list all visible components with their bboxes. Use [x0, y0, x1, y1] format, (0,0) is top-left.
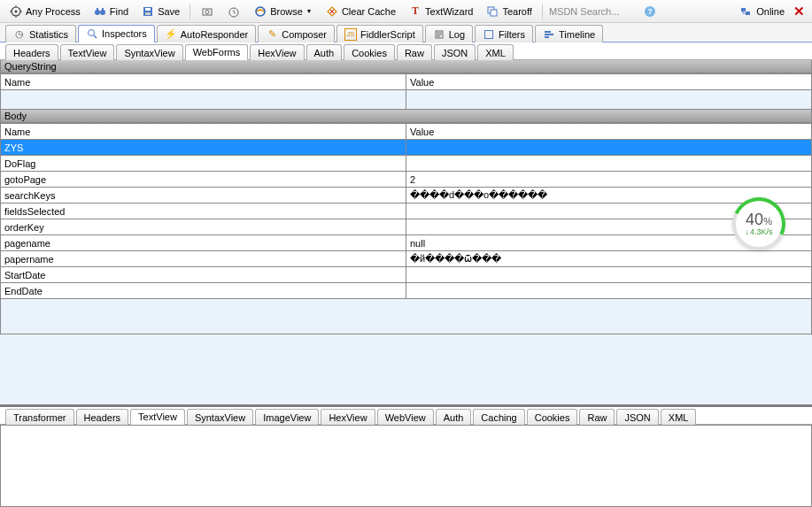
tab-autoresponder[interactable]: ⚡ AutoResponder: [157, 25, 256, 42]
screenshot-button[interactable]: [195, 2, 220, 21]
tab-res-textview[interactable]: TextView: [130, 409, 185, 425]
table-row[interactable]: StartDate: [1, 267, 812, 283]
tab-inspectors[interactable]: Inspectors: [78, 25, 155, 42]
browse-button[interactable]: Browse ▾: [248, 2, 318, 21]
online-status[interactable]: Online: [739, 4, 785, 19]
timer-button[interactable]: [221, 2, 246, 21]
cell-value[interactable]: [406, 140, 812, 156]
script-icon: JS: [344, 28, 357, 41]
find-button[interactable]: Find: [88, 2, 134, 21]
cell-name[interactable]: pagename: [1, 235, 406, 251]
cell-name[interactable]: fieldsSelected: [1, 204, 406, 219]
cell-value[interactable]: [406, 283, 812, 299]
help-button[interactable]: ?: [638, 2, 662, 21]
tab-req-raw[interactable]: Raw: [397, 44, 432, 60]
tab-filters[interactable]: Filters: [475, 25, 533, 42]
table-row[interactable]: gotoPage2: [1, 172, 812, 188]
body-grid[interactable]: Name Value ZYSDoFlaggotoPage2searchKeys�…: [0, 123, 812, 299]
cell-name[interactable]: searchKeys: [1, 188, 406, 204]
tab-res-webview[interactable]: WebView: [377, 409, 434, 425]
querystring-grid[interactable]: Name Value: [0, 73, 812, 110]
table-row[interactable]: EndDate: [1, 283, 812, 299]
cell-name[interactable]: StartDate: [1, 267, 406, 283]
table-row[interactable]: [1, 90, 812, 110]
tab-label: Caching: [481, 412, 516, 423]
tab-req-hexview[interactable]: HexView: [250, 44, 304, 60]
tab-label: TextView: [68, 48, 107, 58]
text-wizard-button[interactable]: T TextWizard: [403, 2, 478, 21]
save-button[interactable]: Save: [135, 2, 185, 21]
tab-res-raw[interactable]: Raw: [579, 409, 615, 425]
cell-name[interactable]: EndDate: [1, 283, 406, 299]
close-button[interactable]: ✕: [793, 4, 805, 19]
tab-log[interactable]: Log: [425, 25, 473, 42]
table-row[interactable]: orderKey: [1, 219, 812, 235]
tab-req-headers[interactable]: Headers: [5, 44, 58, 60]
tab-res-caching[interactable]: Caching: [473, 409, 524, 425]
response-textview[interactable]: [0, 425, 812, 507]
msdn-search-input[interactable]: MSDN Search...: [547, 6, 636, 17]
tab-timeline[interactable]: Timeline: [535, 25, 603, 42]
tab-res-json[interactable]: JSON: [616, 409, 658, 425]
cell-value[interactable]: [406, 204, 812, 219]
clear-cache-button[interactable]: Clear Cache: [320, 2, 401, 21]
cell-value[interactable]: 2: [406, 172, 812, 188]
tab-fiddlerscript[interactable]: JS FiddlerScript: [336, 25, 423, 42]
table-row[interactable]: pagenamenull: [1, 235, 812, 251]
cell-value[interactable]: null: [406, 235, 812, 251]
tab-req-cookies[interactable]: Cookies: [344, 44, 395, 60]
tab-req-syntaxview[interactable]: SyntaxView: [116, 44, 182, 60]
cell-value[interactable]: [406, 219, 812, 235]
cell-value[interactable]: [406, 267, 812, 283]
tab-req-auth[interactable]: Auth: [306, 44, 343, 60]
tab-res-syntaxview[interactable]: SyntaxView: [187, 409, 253, 425]
tab-statistics[interactable]: ◷ Statistics: [5, 25, 76, 42]
cell-name[interactable]: ZYS: [1, 140, 406, 156]
help-icon: ?: [643, 4, 657, 19]
tab-res-cookies[interactable]: Cookies: [527, 409, 578, 425]
table-row[interactable]: searchKeys����d���o������: [1, 188, 812, 204]
pencil-icon: ✎: [266, 28, 278, 41]
body-grid-padding[interactable]: [0, 299, 812, 334]
tab-res-imageview[interactable]: ImageView: [255, 409, 319, 425]
tab-req-xml[interactable]: XML: [477, 44, 514, 60]
tab-label: SyntaxView: [195, 412, 245, 423]
tearoff-button[interactable]: Tearoff: [480, 2, 537, 21]
any-process-label: Any Process: [26, 6, 81, 17]
response-tabstrip: Transformer Headers TextView SyntaxView …: [0, 407, 812, 425]
tab-req-json[interactable]: JSON: [434, 44, 476, 60]
table-row[interactable]: ZYS: [1, 140, 812, 156]
table-row[interactable]: fieldsSelected: [1, 204, 812, 219]
cell-value[interactable]: ����d���o������: [406, 188, 812, 204]
cell-name[interactable]: papername: [1, 251, 406, 267]
tab-label: TextView: [138, 411, 177, 422]
stopwatch-icon: ◷: [13, 28, 26, 41]
col-name[interactable]: Name: [1, 74, 406, 90]
cell-value[interactable]: �й����ѿ���: [406, 251, 812, 267]
cell-value[interactable]: [406, 156, 812, 172]
cell-name[interactable]: gotoPage: [1, 172, 406, 188]
tab-res-auth[interactable]: Auth: [436, 409, 472, 425]
tab-res-xml[interactable]: XML: [661, 409, 697, 425]
tab-req-webforms[interactable]: WebForms: [185, 44, 249, 60]
magnifier-icon: [86, 27, 98, 40]
col-value[interactable]: Value: [406, 74, 812, 90]
table-row[interactable]: papername�й����ѿ���: [1, 251, 812, 267]
body-header: Body: [0, 110, 812, 123]
save-label: Save: [158, 6, 180, 17]
tab-composer[interactable]: ✎ Composer: [258, 25, 335, 42]
target-icon: [9, 4, 23, 19]
clear-cache-icon: [325, 4, 339, 19]
tab-res-headers[interactable]: Headers: [76, 409, 129, 425]
col-value[interactable]: Value: [406, 124, 812, 140]
cell-name[interactable]: orderKey: [1, 219, 406, 235]
tab-res-hexview[interactable]: HexView: [321, 409, 375, 425]
tab-res-transformer[interactable]: Transformer: [5, 409, 74, 425]
tab-label: Inspectors: [102, 28, 147, 39]
col-name[interactable]: Name: [1, 124, 406, 140]
table-row[interactable]: DoFlag: [1, 156, 812, 172]
timeline-icon: [543, 28, 555, 41]
tab-req-textview[interactable]: TextView: [60, 44, 115, 60]
any-process-button[interactable]: Any Process: [4, 2, 86, 21]
cell-name[interactable]: DoFlag: [1, 156, 406, 172]
